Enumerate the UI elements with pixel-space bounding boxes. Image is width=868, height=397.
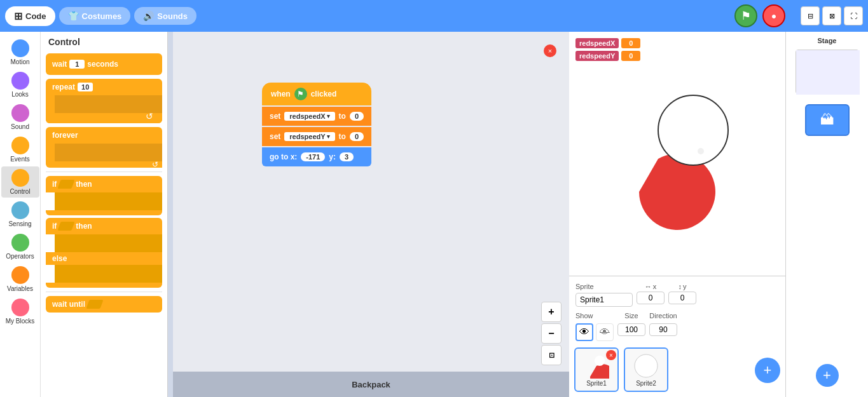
zoom-out-button[interactable]: − bbox=[541, 323, 561, 344]
flag-icon: ⚑ bbox=[741, 9, 751, 23]
wait-until-block[interactable]: wait until bbox=[46, 296, 162, 313]
svg-point-0 bbox=[595, 356, 605, 366]
blocks-header: Control bbox=[46, 37, 162, 47]
sprite-x-input[interactable] bbox=[637, 292, 665, 304]
var-item-redspeedy: redspeedY 0 bbox=[575, 51, 640, 61]
sprite-size-input[interactable] bbox=[617, 323, 645, 336]
sprite-delete-button[interactable]: × bbox=[606, 350, 616, 360]
variables-display: redspeedX 0 redspeedY 0 bbox=[575, 38, 640, 61]
sprite-name-input[interactable] bbox=[575, 293, 633, 307]
if-then-block[interactable]: if then bbox=[46, 176, 162, 215]
sprite-thumb-2[interactable]: Sprite2 bbox=[624, 347, 668, 392]
panel-divider bbox=[168, 32, 173, 397]
sprite-direction-input[interactable] bbox=[649, 323, 677, 336]
sprite-properties: Sprite ↔ x ↕ y bbox=[569, 276, 785, 397]
sprite-y-prop: ↕ y bbox=[668, 283, 696, 304]
forever-block[interactable]: forever ↺ bbox=[46, 127, 162, 168]
close-indicator[interactable]: × bbox=[544, 44, 556, 57]
right-section: redspeedX 0 redspeedY 0 bbox=[569, 32, 785, 397]
sprite-y-input[interactable] bbox=[668, 292, 696, 304]
sprite2-preview bbox=[633, 353, 659, 379]
white-circle-sprite bbox=[658, 95, 728, 165]
code-icon: ⊞ bbox=[14, 10, 22, 22]
tab-sounds[interactable]: 🔊 Sounds bbox=[134, 7, 196, 25]
add-sprite-button[interactable]: + bbox=[755, 358, 780, 383]
sprite-eye bbox=[698, 148, 704, 154]
set-redspeedy-block[interactable]: set redspeedY ▾ to 0 bbox=[262, 127, 371, 146]
fullscreen-button[interactable]: ⛶ bbox=[844, 6, 863, 25]
show-visible-button[interactable]: 👁 bbox=[575, 323, 593, 341]
stage-area: redspeedX 0 redspeedY 0 bbox=[569, 32, 785, 276]
sidebar-item-variables[interactable]: Variables bbox=[1, 264, 39, 295]
backpack-bar[interactable]: Backpack bbox=[173, 372, 569, 397]
sidebar-item-sensing[interactable]: Sensing bbox=[1, 199, 39, 230]
tab-code[interactable]: ⊞ Code bbox=[5, 6, 55, 26]
sidebar-item-motion[interactable]: Motion bbox=[1, 37, 39, 68]
sidebar-item-control[interactable]: Control bbox=[1, 166, 39, 198]
svg-point-1 bbox=[635, 354, 658, 377]
var-item-redspeedx: redspeedX 0 bbox=[575, 38, 640, 48]
script-canvas: when ⚑ clicked set redspeedX ▾ to 0 se bbox=[173, 32, 569, 372]
set-redspeedx-block[interactable]: set redspeedX ▾ to 0 bbox=[262, 107, 371, 126]
sidebar-item-operators[interactable]: Operators bbox=[1, 231, 39, 262]
repeat-block[interactable]: repeat 10 ↺ bbox=[46, 79, 162, 123]
stage-canvas-svg bbox=[569, 32, 785, 241]
zoom-controls: + − ⊡ bbox=[541, 302, 561, 365]
backdrop-icon: 🏔 bbox=[820, 112, 834, 128]
stop-button[interactable]: ● bbox=[762, 4, 785, 27]
flag-hat-icon: ⚑ bbox=[294, 88, 307, 100]
sounds-icon: 🔊 bbox=[143, 11, 154, 21]
script-area[interactable]: when ⚑ clicked set redspeedX ▾ to 0 se bbox=[173, 32, 569, 397]
sidebar-item-looks[interactable]: Looks bbox=[1, 69, 39, 100]
sidebar-item-myblocks[interactable]: My Blocks bbox=[1, 296, 39, 327]
goto-block[interactable]: go to x: -171 y: 3 bbox=[262, 147, 371, 166]
sprite-thumb-1[interactable]: × Sprite1 bbox=[574, 347, 619, 392]
sidebar-item-events[interactable]: Events bbox=[1, 134, 39, 165]
svg-rect-2 bbox=[796, 50, 860, 95]
if-else-block[interactable]: if then else bbox=[46, 218, 162, 288]
add-backdrop-button[interactable]: + bbox=[816, 364, 839, 387]
stage-panel: Stage 🏔 + bbox=[785, 32, 868, 397]
sidebar-item-sound[interactable]: Sound bbox=[1, 102, 39, 133]
sprite1-preview bbox=[584, 353, 609, 379]
layout-button-1[interactable]: ⊟ bbox=[801, 6, 820, 25]
sprite-direction-prop: Direction bbox=[649, 312, 677, 336]
stage-mini-preview bbox=[796, 50, 859, 94]
backdrop-thumb[interactable]: 🏔 bbox=[805, 104, 850, 136]
tab-costumes[interactable]: 👕 Costumes bbox=[59, 7, 131, 25]
stop-icon: ● bbox=[771, 11, 776, 21]
show-hidden-button[interactable]: 👁 bbox=[596, 323, 614, 341]
green-flag-button[interactable]: ⚑ bbox=[734, 4, 757, 27]
categories-panel: Motion Looks Sound Events Control Sensin… bbox=[0, 32, 41, 397]
costumes-icon: 👕 bbox=[68, 11, 79, 21]
script-group: when ⚑ clicked set redspeedX ▾ to 0 se bbox=[262, 83, 371, 166]
sprite-size-prop: Size bbox=[617, 312, 645, 336]
zoom-in-button[interactable]: + bbox=[541, 302, 561, 322]
layout-button-2[interactable]: ⊠ bbox=[822, 6, 841, 25]
show-buttons: 👁 👁 bbox=[575, 323, 614, 341]
blocks-panel: Control wait 1 seconds repeat 10 ↺ forev… bbox=[41, 32, 168, 397]
sprite-x-prop: ↔ x bbox=[637, 283, 665, 304]
zoom-fit-button[interactable]: ⊡ bbox=[541, 345, 561, 365]
hat-block[interactable]: when ⚑ clicked bbox=[262, 83, 371, 105]
wait-block[interactable]: wait 1 seconds bbox=[46, 53, 162, 75]
